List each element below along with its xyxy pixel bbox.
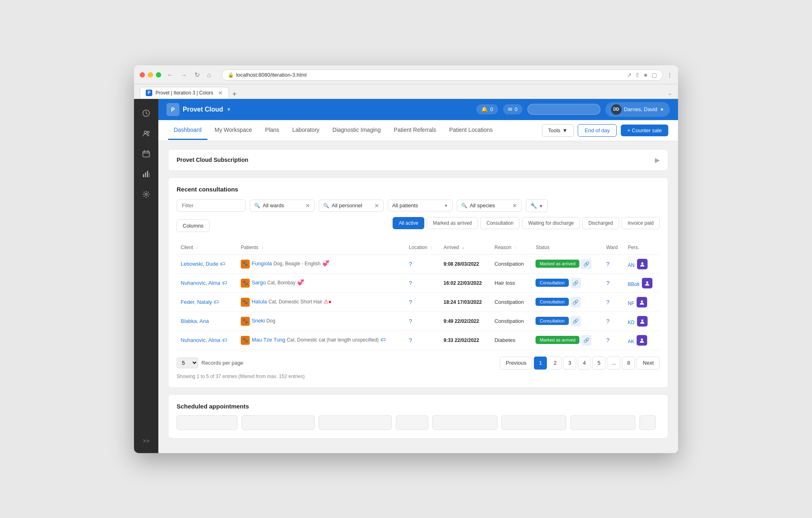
status-extra-icon[interactable]: 🔗 xyxy=(570,316,581,327)
all-wards-select[interactable]: 🔍 All wards ✕ xyxy=(250,200,315,212)
previous-page-button[interactable]: Previous xyxy=(500,357,533,370)
status-badge[interactable]: Marked as arrived xyxy=(536,336,579,344)
all-species-select[interactable]: 🔍 All species ✕ xyxy=(457,200,522,212)
status-tab-consultation[interactable]: Consultation xyxy=(480,217,520,229)
tab-overflow[interactable]: ⌄ xyxy=(668,90,672,99)
sidebar-item-clients[interactable] xyxy=(138,125,155,142)
client-link[interactable]: Nuhanovic, Alma xyxy=(181,337,220,343)
status-extra-icon[interactable]: 🔗 xyxy=(570,278,581,288)
tab-plans[interactable]: Plans xyxy=(259,121,285,140)
client-link[interactable]: Nuhanovic, Alma xyxy=(181,280,220,286)
page-2-button[interactable]: 2 xyxy=(549,357,561,370)
client-sort-icon[interactable]: ↕ xyxy=(196,245,198,250)
close-dot[interactable] xyxy=(140,72,145,77)
minimize-dot[interactable] xyxy=(148,72,153,77)
home-button[interactable]: ⌂ xyxy=(205,71,213,80)
status-extra-icon[interactable]: 🔗 xyxy=(581,259,592,269)
ward-question[interactable]: ? xyxy=(606,261,609,267)
subscription-banner[interactable]: Provet Cloud Subscription ▶ xyxy=(168,149,668,171)
status-badge[interactable]: Consultation xyxy=(536,279,568,287)
patient-name-link[interactable]: Hatula xyxy=(252,299,267,305)
scheduled-filter-4[interactable] xyxy=(396,415,428,430)
wards-clear-icon[interactable]: ✕ xyxy=(305,202,310,209)
scheduled-filter-8[interactable] xyxy=(639,415,656,430)
scheduled-filter-7[interactable] xyxy=(570,415,635,430)
new-tab-button[interactable]: + xyxy=(232,90,237,99)
personnel-link[interactable]: NF xyxy=(628,301,634,306)
personnel-icon[interactable] xyxy=(637,259,648,269)
status-tab-waiting-discharge[interactable]: Waiting for discharge xyxy=(522,217,580,229)
personnel-icon[interactable] xyxy=(642,278,652,288)
reason-sort-icon[interactable]: ↕ xyxy=(514,245,516,250)
location-value[interactable]: ? xyxy=(409,337,412,344)
tab-patient-referrals[interactable]: Patient Referrals xyxy=(388,121,442,140)
tab-my-workspace[interactable]: My Workspace xyxy=(209,121,258,140)
notifications-button[interactable]: 🔔 0 xyxy=(476,104,498,114)
patient-name-link[interactable]: Mau Tze Tung xyxy=(252,337,285,343)
tab-laboratory[interactable]: Laboratory xyxy=(287,121,325,140)
counter-sale-button[interactable]: + Counter sale xyxy=(621,125,668,136)
filter-tools-button[interactable]: 🔧 ▼ xyxy=(526,199,548,212)
bookmark-icon[interactable]: ★ xyxy=(643,72,648,78)
species-clear-icon[interactable]: ✕ xyxy=(512,202,517,209)
share-icon[interactable]: ↗ xyxy=(627,72,632,78)
client-link[interactable]: Blabka, Ana xyxy=(181,318,209,324)
status-extra-icon[interactable]: 🔗 xyxy=(581,335,592,346)
tab-patient-locations[interactable]: Patient Locations xyxy=(443,121,498,140)
ward-question[interactable]: ? xyxy=(606,280,609,286)
ward-question[interactable]: ? xyxy=(606,299,609,305)
filter-text-input[interactable] xyxy=(177,199,246,212)
personnel-link[interactable]: KD xyxy=(628,320,635,325)
sidebar-item-settings[interactable] xyxy=(138,186,155,203)
status-badge[interactable]: Consultation xyxy=(536,298,568,306)
active-tab[interactable]: P Provet | Iteration 3 | Colors ✕ xyxy=(140,87,229,99)
page-8-button[interactable]: 8 xyxy=(622,357,635,370)
ward-question[interactable]: ? xyxy=(606,318,609,325)
brand-dropdown-icon[interactable]: ▼ xyxy=(227,107,231,112)
browser-overflow[interactable]: ⋮ xyxy=(667,72,672,78)
end-of-day-button[interactable]: End of day xyxy=(578,124,617,137)
page-1-button[interactable]: 1 xyxy=(534,357,547,370)
columns-button[interactable]: Columns xyxy=(177,219,209,232)
back-button[interactable]: ← xyxy=(165,71,175,80)
next-page-button[interactable]: Next xyxy=(637,357,660,370)
scheduled-filter-6[interactable] xyxy=(501,415,566,430)
location-value[interactable]: ? xyxy=(409,261,412,267)
location-sort-icon[interactable]: ↕ xyxy=(430,245,432,250)
all-personnel-select[interactable]: 🔍 All personnel ✕ xyxy=(319,200,384,212)
refresh-button[interactable]: ↻ xyxy=(193,70,201,80)
tab-close-button[interactable]: ✕ xyxy=(218,90,223,96)
location-value[interactable]: ? xyxy=(409,318,412,325)
personnel-link[interactable]: AN xyxy=(628,262,635,268)
patients-sort-icon[interactable]: ↕ xyxy=(261,245,263,250)
client-link[interactable]: Feder, Nataly xyxy=(181,299,212,305)
sidebar-expand-button[interactable]: >> xyxy=(140,434,153,447)
status-extra-icon[interactable]: 🔗 xyxy=(570,297,581,307)
personnel-icon[interactable] xyxy=(637,297,647,307)
sidebar-item-dashboard[interactable] xyxy=(138,105,155,122)
location-value[interactable]: ? xyxy=(409,299,412,305)
status-tab-marked-arrived[interactable]: Marked as arrived xyxy=(427,217,478,229)
page-5-button[interactable]: 5 xyxy=(592,357,605,370)
patient-name-link[interactable]: Sneki xyxy=(252,318,265,324)
address-bar[interactable]: 🔒 localhost:8080/iteration-3.html ↗ ⇧ ★ … xyxy=(222,69,663,81)
sidebar-item-reports[interactable] xyxy=(138,166,155,183)
scheduled-filter-2[interactable] xyxy=(242,415,315,430)
brand-logo[interactable]: P Provet Cloud ▼ xyxy=(166,103,231,116)
location-value[interactable]: ? xyxy=(409,280,412,286)
status-tab-discharged[interactable]: Discharged xyxy=(582,217,619,229)
patient-name-link[interactable]: Sargo xyxy=(252,279,266,286)
maximize-dot[interactable] xyxy=(156,72,161,77)
status-tab-all-active[interactable]: All active xyxy=(393,217,424,229)
page-3-button[interactable]: 3 xyxy=(563,357,576,370)
tab-diagnostic-imaging[interactable]: Diagnostic Imaging xyxy=(327,121,387,140)
status-tab-invoice-paid[interactable]: Invoice paid xyxy=(622,217,660,229)
personnel-icon[interactable] xyxy=(637,335,647,346)
personnel-icon[interactable] xyxy=(637,316,648,327)
ward-question[interactable]: ? xyxy=(606,337,609,344)
status-badge[interactable]: Marked as arrived xyxy=(536,260,579,268)
layout-icon[interactable]: ▢ xyxy=(652,72,657,78)
user-menu-button[interactable]: DD Darnes, David ▼ xyxy=(605,102,670,117)
client-link[interactable]: Lebowski, Dude xyxy=(181,261,218,267)
scheduled-filter-1[interactable] xyxy=(177,415,238,430)
